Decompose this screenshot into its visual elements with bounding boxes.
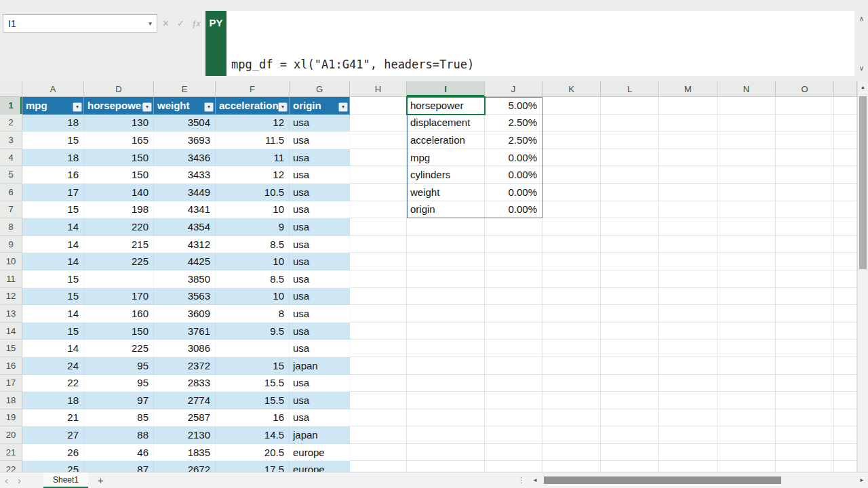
cell-L18[interactable]	[601, 392, 659, 409]
sheet-nav-next-icon[interactable]: ›	[13, 475, 26, 485]
cell-G13[interactable]: usa	[290, 305, 350, 323]
cell-D16[interactable]: 95	[84, 357, 154, 375]
cell-N21[interactable]	[717, 444, 776, 462]
formula-bar[interactable]: PY mpg_df = xl("A1:G41", headers=True) p…	[205, 11, 854, 76]
cell-L5[interactable]	[601, 166, 659, 184]
row-header-11[interactable]: 11	[0, 270, 22, 288]
sheet-tab-sheet1[interactable]: Sheet1	[43, 472, 88, 488]
cell-H2[interactable]	[350, 115, 407, 132]
cell-J21[interactable]	[485, 444, 542, 462]
cell-J2[interactable]: 2.50%	[485, 115, 542, 132]
cell-J9[interactable]	[485, 236, 542, 253]
column-header-G[interactable]: G	[290, 81, 350, 97]
cell-D9[interactable]: 215	[84, 236, 154, 253]
cell-K14[interactable]	[542, 323, 601, 340]
cell-O5[interactable]	[776, 166, 834, 184]
cell-A13[interactable]: 14	[22, 305, 84, 323]
cell-F15[interactable]	[216, 340, 290, 357]
cell-D4[interactable]: 150	[84, 149, 154, 167]
cell-O18[interactable]	[776, 392, 834, 409]
cell-M16[interactable]	[659, 357, 717, 375]
tab-splitter-handle[interactable]: ⋮	[513, 476, 529, 485]
cell-I11[interactable]	[407, 270, 485, 288]
cell-F20[interactable]: 14.5	[216, 426, 290, 444]
cell-M5[interactable]	[659, 166, 717, 184]
cell-I16[interactable]	[407, 357, 485, 375]
cell-H17[interactable]	[350, 375, 407, 392]
cell-A2[interactable]: 18	[22, 115, 84, 132]
cell-L19[interactable]	[601, 409, 659, 427]
cell-I3[interactable]: acceleration	[407, 131, 485, 149]
cell-G17[interactable]: usa	[290, 375, 350, 392]
cell-M7[interactable]	[659, 201, 717, 219]
cell-J6[interactable]: 0.00%	[485, 184, 542, 201]
cell-M20[interactable]	[659, 426, 717, 444]
cancel-icon[interactable]: ✕	[162, 18, 170, 28]
cell-G10[interactable]: usa	[290, 253, 350, 270]
cell-N4[interactable]	[717, 149, 776, 167]
insert-function-icon[interactable]: ƒx	[192, 19, 201, 28]
column-header-K[interactable]: K	[542, 81, 601, 97]
cell-G15[interactable]: usa	[290, 340, 350, 357]
cell-H1[interactable]	[350, 97, 407, 115]
row-header-18[interactable]: 18	[0, 392, 22, 409]
cell-H10[interactable]	[350, 253, 407, 270]
cell-H21[interactable]	[350, 444, 407, 462]
cell-N16[interactable]	[717, 357, 776, 375]
row-header-12[interactable]: 12	[0, 288, 22, 306]
cell-K4[interactable]	[542, 149, 601, 167]
cell-F2[interactable]: 12	[216, 115, 290, 132]
cell-O15[interactable]	[776, 340, 834, 357]
cell-A17[interactable]: 22	[22, 375, 84, 392]
cell-I12[interactable]	[407, 288, 485, 306]
cell-G18[interactable]: usa	[290, 392, 350, 409]
cell-J22[interactable]	[485, 461, 542, 472]
cell-G4[interactable]: usa	[290, 149, 350, 167]
cell-L22[interactable]	[601, 461, 659, 472]
cell-L8[interactable]	[601, 218, 659, 236]
cell-F19[interactable]: 16	[216, 409, 290, 427]
cell-J10[interactable]	[485, 253, 542, 270]
cell-M3[interactable]	[659, 131, 717, 149]
cell-A4[interactable]: 18	[22, 149, 84, 167]
cell-M10[interactable]	[659, 253, 717, 270]
cell-O2[interactable]	[776, 115, 834, 132]
cell-F22[interactable]: 17.5	[216, 461, 290, 472]
cell-I2[interactable]: displacement	[407, 115, 485, 132]
cell-X7[interactable]	[834, 201, 857, 219]
cell-N5[interactable]	[717, 166, 776, 184]
cell-X5[interactable]	[834, 166, 857, 184]
cell-N14[interactable]	[717, 323, 776, 340]
cell-O4[interactable]	[776, 149, 834, 167]
cell-J20[interactable]	[485, 426, 542, 444]
column-header-D[interactable]: D	[84, 81, 154, 97]
table-header-cell-G1[interactable]: origin▾	[290, 97, 350, 115]
cell-A5[interactable]: 16	[22, 166, 84, 184]
cell-O1[interactable]	[776, 97, 834, 115]
cell-O8[interactable]	[776, 218, 834, 236]
cell-X22[interactable]	[834, 461, 857, 472]
cell-A6[interactable]: 17	[22, 184, 84, 201]
cell-A16[interactable]: 24	[22, 357, 84, 375]
table-header-cell-F1[interactable]: acceleration▾	[216, 97, 290, 115]
cell-K9[interactable]	[542, 236, 601, 253]
cell-N15[interactable]	[717, 340, 776, 357]
cell-F18[interactable]: 15.5	[216, 392, 290, 409]
cell-D10[interactable]: 225	[84, 253, 154, 270]
cell-K13[interactable]	[542, 305, 601, 323]
cell-A3[interactable]: 15	[22, 131, 84, 149]
cell-J5[interactable]: 0.00%	[485, 166, 542, 184]
cell-F16[interactable]: 15	[216, 357, 290, 375]
cell-M14[interactable]	[659, 323, 717, 340]
sheet-nav-prev-icon[interactable]: ‹	[0, 475, 13, 485]
cell-N6[interactable]	[717, 184, 776, 201]
cell-H3[interactable]	[350, 131, 407, 149]
cell-N8[interactable]	[717, 218, 776, 236]
row-header-15[interactable]: 15	[0, 340, 22, 357]
column-header-H[interactable]: H	[350, 81, 407, 97]
cell-K10[interactable]	[542, 253, 601, 270]
cell-L20[interactable]	[601, 426, 659, 444]
cell-F12[interactable]: 10	[216, 288, 290, 306]
cell-X14[interactable]	[834, 323, 857, 340]
cell-D2[interactable]: 130	[84, 115, 154, 132]
